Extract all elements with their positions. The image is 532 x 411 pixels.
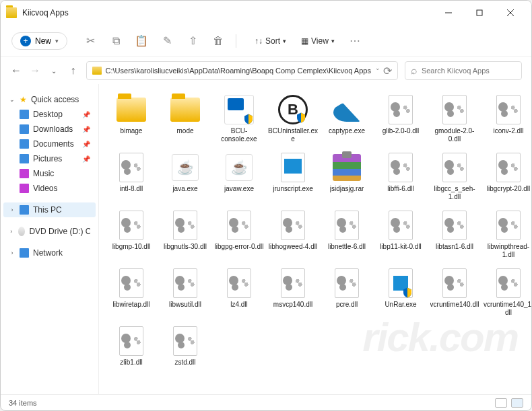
file-icon — [115, 151, 147, 184]
file-item[interactable]: gmodule-2.0-0.dll — [428, 91, 481, 146]
share-button[interactable]: ⇧ — [182, 30, 203, 52]
address-path: C:\Users\karolisliucveikis\AppData\Roami… — [106, 67, 371, 75]
file-icon: ☕ — [223, 151, 255, 184]
sidebar-label: This PC — [33, 205, 62, 215]
new-button[interactable]: + New ▾ — [11, 32, 67, 50]
file-item[interactable]: libp11-kit-0.dll — [374, 207, 428, 262]
file-item[interactable]: jsidjasjg.rar — [320, 149, 374, 204]
up-button[interactable]: ↑ — [67, 64, 79, 77]
file-item[interactable]: bimage — [104, 91, 158, 146]
toolbar: + New ▾ ✂ ⧉ 📋 ✎ ⇧ 🗑 ↑↓ Sort ▾ ▦ View ▾ ⋯ — [1, 25, 531, 57]
file-item[interactable]: libnettle-6.dll — [320, 207, 374, 262]
file-label: vcruntime140_1.dll — [483, 301, 531, 317]
sidebar-item-videos[interactable]: Videos — [3, 181, 96, 196]
file-item[interactable]: libgmp-10.dll — [104, 207, 158, 262]
file-item[interactable]: ☕java.exe — [158, 149, 212, 204]
sidebar-item-network[interactable]: › Network — [3, 246, 96, 260]
sidebar-item-this-pc[interactable]: › This PC — [3, 202, 96, 217]
file-item[interactable]: captype.exe — [320, 91, 374, 146]
file-pane[interactable]: bimagemodeBCU-console.exeBBCUninstaller.… — [99, 84, 531, 394]
sidebar-item-documents[interactable]: Documents 📌 — [3, 137, 96, 151]
sidebar-item-quick-access[interactable]: ⌄ ★ Quick access — [3, 92, 96, 107]
file-label: libnettle-6.dll — [328, 243, 366, 251]
file-item[interactable]: msvcp140.dll — [266, 264, 320, 320]
file-item[interactable]: UnRar.exe — [374, 264, 428, 320]
close-button[interactable] — [495, 1, 526, 25]
file-item[interactable]: iconv-2.dll — [481, 91, 531, 146]
rename-button[interactable]: ✎ — [156, 30, 178, 52]
file-icon — [169, 94, 201, 126]
sidebar-item-downloads[interactable]: Downloads 📌 — [3, 122, 96, 137]
file-item[interactable]: libgnutls-30.dll — [158, 207, 212, 262]
file-label: libhogweed-4.dll — [269, 243, 317, 251]
search-field[interactable]: ⌕ — [405, 61, 522, 80]
file-label: jrunscript.exe — [273, 185, 312, 193]
chevron-right-icon: › — [9, 250, 15, 256]
file-item[interactable]: vcruntime140_1.dll — [481, 264, 531, 320]
chevron-down-icon[interactable]: ⌄ — [48, 64, 60, 77]
file-item[interactable]: BBCUninstaller.exe — [266, 91, 320, 146]
file-item[interactable]: mode — [158, 91, 212, 146]
file-item[interactable]: glib-2.0-0.dll — [374, 91, 428, 146]
file-item[interactable]: libtasn1-6.dll — [428, 207, 481, 262]
file-item[interactable]: libwinpthread-1.dll — [481, 207, 531, 262]
copy-button[interactable]: ⧉ — [105, 30, 127, 52]
file-item[interactable]: vcruntime140.dll — [428, 264, 481, 320]
file-item[interactable]: zlib1.dll — [104, 322, 158, 369]
view-icons-button[interactable] — [511, 398, 523, 408]
dvd-icon — [18, 227, 26, 236]
file-icon — [277, 209, 309, 241]
file-label: libwsutil.dll — [169, 301, 201, 309]
file-item[interactable]: libgcrypt-20.dll — [481, 149, 531, 204]
file-item[interactable]: libwiretap.dll — [104, 264, 158, 320]
sidebar-item-music[interactable]: Music — [3, 166, 96, 181]
file-label: msvcp140.dll — [273, 301, 312, 309]
file-icon — [492, 209, 525, 241]
paste-button[interactable]: 📋 — [131, 30, 152, 52]
file-item[interactable]: ☕javaw.exe — [212, 149, 266, 204]
pin-icon: 📌 — [82, 141, 90, 148]
sidebar-item-desktop[interactable]: Desktop 📌 — [3, 107, 96, 122]
back-button[interactable]: ← — [10, 64, 22, 77]
cut-button[interactable]: ✂ — [79, 30, 101, 52]
file-item[interactable]: pcre.dll — [320, 264, 374, 320]
file-item[interactable]: libhogweed-4.dll — [266, 207, 320, 262]
file-label: libtasn1-6.dll — [436, 243, 473, 251]
maximize-button[interactable] — [464, 1, 495, 25]
file-item[interactable]: BCU-console.exe — [212, 91, 266, 146]
file-item[interactable]: zstd.dll — [158, 322, 212, 369]
address-bar: ← → ⌄ ↑ C:\Users\karolisliucveikis\AppDa… — [1, 57, 531, 84]
forward-button[interactable]: → — [29, 64, 41, 77]
sidebar-item-dvd[interactable]: › DVD Drive (D:) CCCC — [3, 224, 96, 239]
file-label: iconv-2.dll — [493, 127, 523, 135]
file-item[interactable]: lz4.dll — [212, 264, 266, 320]
address-field[interactable]: C:\Users\karolisliucveikis\AppData\Roami… — [86, 61, 398, 80]
file-icon — [385, 151, 417, 184]
status-bar: 34 items — [1, 394, 531, 410]
file-icon — [115, 209, 147, 241]
download-icon — [20, 124, 29, 134]
more-button[interactable]: ⋯ — [344, 30, 366, 52]
view-button[interactable]: ▦ View ▾ — [296, 34, 340, 48]
file-item[interactable]: libgcc_s_seh-1.dll — [428, 149, 481, 204]
sidebar-item-pictures[interactable]: Pictures 📌 — [3, 151, 96, 166]
minimize-button[interactable] — [433, 1, 464, 25]
pictures-icon — [20, 154, 29, 163]
file-item[interactable]: jrunscript.exe — [266, 149, 320, 204]
refresh-button[interactable]: ⟳ — [383, 65, 392, 77]
file-item[interactable]: intl-8.dll — [104, 149, 158, 204]
view-details-button[interactable] — [495, 398, 507, 408]
chevron-right-icon: › — [9, 207, 15, 213]
file-item[interactable]: libwsutil.dll — [158, 264, 212, 320]
file-icon — [115, 267, 147, 299]
search-input[interactable] — [422, 67, 516, 75]
file-icon — [169, 267, 201, 299]
file-item[interactable]: libgpg-error-0.dll — [212, 207, 266, 262]
file-label: libffi-6.dll — [387, 185, 413, 193]
sort-button[interactable]: ↑↓ Sort ▾ — [249, 34, 292, 48]
chevron-down-icon[interactable]: ⌄ — [375, 65, 380, 77]
file-item[interactable]: libffi-6.dll — [374, 149, 428, 204]
svg-rect-1 — [477, 10, 482, 15]
network-icon — [20, 248, 29, 258]
delete-button[interactable]: 🗑 — [207, 30, 229, 52]
